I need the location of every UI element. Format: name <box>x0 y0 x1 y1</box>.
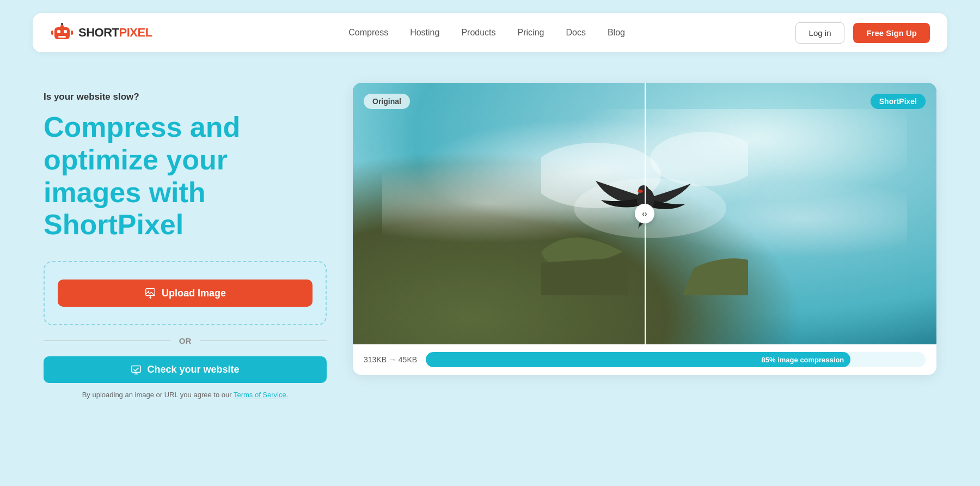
logo-short-text: SHORT <box>78 26 119 39</box>
logo[interactable]: SHORTPIXEL <box>50 21 152 45</box>
svg-rect-3 <box>58 36 66 38</box>
svg-point-16 <box>650 132 748 186</box>
check-icon <box>131 364 142 375</box>
upload-button[interactable]: Upload Image <box>58 280 313 307</box>
hero-subtitle: Is your website slow? <box>44 92 327 102</box>
upload-icon <box>144 287 156 299</box>
comparison-container: ‹› Original ShortPixel 313KB → 45KB 85% … <box>353 83 936 375</box>
hero-headline: Compress and optimize your images with S… <box>44 111 327 241</box>
right-panel: ‹› Original ShortPixel 313KB → 45KB 85% … <box>353 83 936 375</box>
nav-blog[interactable]: Blog <box>608 28 625 38</box>
signup-button[interactable]: Free Sign Up <box>853 23 930 43</box>
svg-rect-7 <box>51 31 53 35</box>
label-original: Original <box>364 94 410 109</box>
left-panel: Is your website slow? Compress and optim… <box>44 83 327 399</box>
comparison-handle[interactable]: ‹› <box>635 204 654 223</box>
svg-rect-2 <box>64 30 67 33</box>
nav-hosting[interactable]: Hosting <box>410 28 439 38</box>
svg-rect-12 <box>132 366 141 372</box>
compression-label: 85% image compression <box>762 356 844 364</box>
nav-links: Compress Hosting Products Pricing Docs B… <box>179 28 795 38</box>
progress-bar-container: 85% image compression <box>426 352 926 367</box>
nav-pricing[interactable]: Pricing <box>518 28 544 38</box>
navbar: SHORTPIXEL Compress Hosting Products Pri… <box>33 13 947 52</box>
nav-products[interactable]: Products <box>461 28 495 38</box>
login-button[interactable]: Log in <box>795 22 845 44</box>
svg-rect-8 <box>71 31 73 35</box>
check-website-button[interactable]: Check your website <box>44 356 327 383</box>
terms-text: By uploading an image or URL you agree t… <box>44 391 327 399</box>
logo-icon <box>50 21 74 45</box>
main-content: Is your website slow? Compress and optim… <box>0 65 980 399</box>
or-divider: OR <box>44 336 327 345</box>
nav-actions: Log in Free Sign Up <box>795 22 930 44</box>
nav-docs[interactable]: Docs <box>566 28 585 38</box>
upload-box: Upload Image <box>44 261 327 325</box>
label-shortpixel: ShortPixel <box>871 94 926 109</box>
terms-link[interactable]: Terms of Service. <box>234 391 288 399</box>
svg-rect-1 <box>57 30 60 33</box>
logo-pixel-text: PIXEL <box>119 26 152 39</box>
svg-point-6 <box>61 23 63 25</box>
file-size-display: 313KB → 45KB <box>364 355 417 364</box>
svg-point-20 <box>638 190 643 193</box>
comparison-bottom: 313KB → 45KB 85% image compression <box>353 344 936 375</box>
progress-bar-fill: 85% image compression <box>426 352 850 367</box>
nav-compress[interactable]: Compress <box>348 28 388 38</box>
comparison-image-area[interactable]: ‹› Original ShortPixel <box>353 83 936 344</box>
